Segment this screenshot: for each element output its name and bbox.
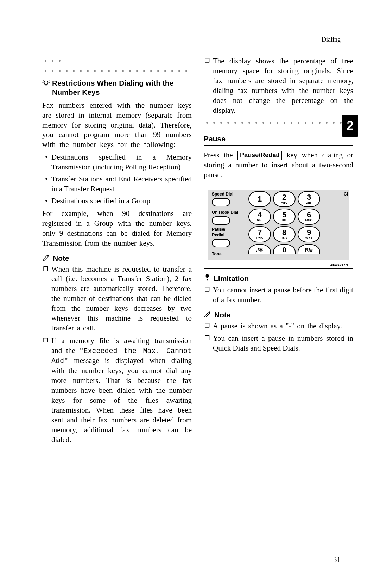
svg-rect-1 <box>45 85 47 86</box>
key-3[interactable]: 3DEF <box>298 191 320 207</box>
pause-redial-label-1: Pause/ <box>212 227 238 233</box>
key-6[interactable]: 6MNO <box>298 209 320 225</box>
running-header: Dialing <box>322 36 341 43</box>
keypad-left-labels: Speed Dial On Hook Dial Pause/ Redial <box>212 192 238 259</box>
dotted-row-end: • • • • • • • • • • • • • • • • • • • • … <box>206 118 353 128</box>
key-0[interactable]: 0 <box>273 244 296 254</box>
note-list-right: A pause is shown as a "-" on the display… <box>204 321 353 354</box>
right-column: The display shows the percentage of free… <box>204 56 353 447</box>
svg-point-9 <box>207 279 208 280</box>
key-8[interactable]: 8TUV <box>273 226 296 242</box>
pause-redial-label-2: Redial <box>212 233 238 238</box>
bullet-item: Destinations specified in a Group <box>42 196 192 206</box>
note-item: You can insert a pause in numbers stored… <box>204 334 353 353</box>
on-hook-dial-label: On Hook Dial <box>212 210 238 216</box>
pencil-icon <box>42 253 50 263</box>
keypad-panel: Speed Dial On Hook Dial Pause/ Redial <box>208 190 349 260</box>
note-label: Note <box>53 253 69 263</box>
limitation-list: You cannot insert a pause before the fir… <box>204 285 353 305</box>
bullet-item: Transfer Stations and End Receivers spec… <box>42 174 192 194</box>
key-star[interactable]: ./✱ <box>248 244 271 254</box>
limitation-heading: Limitation <box>204 274 353 284</box>
note-list: When this machine is requested to transf… <box>42 265 192 445</box>
keypad-grid: 1 2ABC 3DEF 4GHI 5JKL 6MNO 7PRS 8TUV 9WX… <box>248 191 320 254</box>
header-rule <box>42 46 341 46</box>
note-heading: Note <box>42 253 192 263</box>
limitation-icon <box>204 274 211 284</box>
pause-rule <box>204 145 353 146</box>
carry-over-item: The display shows the percentage of free… <box>204 56 353 116</box>
key-9[interactable]: 9WXY <box>298 226 320 242</box>
bullet-item: Destinations specified in a Memory Trans… <box>42 153 192 172</box>
note-heading-right: Note <box>204 310 353 320</box>
key-7[interactable]: 7PRS <box>248 226 271 242</box>
on-hook-dial-button[interactable] <box>212 216 230 225</box>
svg-line-3 <box>43 80 44 81</box>
key-4[interactable]: 4GHI <box>248 209 271 225</box>
key-5[interactable]: 5JKL <box>273 209 296 225</box>
key-1[interactable]: 1 <box>248 191 271 207</box>
restriction-bullets: Destinations specified in a Memory Trans… <box>42 153 192 206</box>
svg-point-10 <box>207 281 208 281</box>
key-hash[interactable]: R/# <box>298 244 320 254</box>
pause-redial-keycap: Pause/Redial <box>237 151 282 160</box>
pause-heading: Pause <box>204 134 353 144</box>
left-column: • • • • • • • • • • • • • • • • • • • • … <box>42 56 192 447</box>
tone-label: Tone <box>212 252 238 257</box>
pause-text-pre: Press the <box>204 151 237 159</box>
pencil-icon <box>204 310 211 320</box>
note2-suffix: message is displayed when dialing with t… <box>51 356 192 444</box>
tip-heading-text: Restrictions When Dialing with the Numbe… <box>52 79 192 97</box>
limitation-item: You cannot insert a pause before the fir… <box>204 285 353 305</box>
speed-dial-button[interactable] <box>212 198 230 206</box>
figure-code: ZEQS067N <box>330 263 348 267</box>
page: Dialing 2 • • • • • • • • • • • • • • • … <box>0 0 380 588</box>
key-2[interactable]: 2ABC <box>273 191 296 207</box>
pause-redial-button[interactable] <box>212 239 230 247</box>
carry-over-list: The display shows the percentage of free… <box>204 56 353 116</box>
page-number: 31 <box>333 555 341 564</box>
svg-point-8 <box>206 274 209 278</box>
note-label-right: Note <box>214 310 231 320</box>
note-item: When this machine is requested to transf… <box>42 265 192 333</box>
svg-line-4 <box>49 80 50 81</box>
keypad-figure: Speed Dial On Hook Dial Pause/ Redial <box>204 185 353 269</box>
pause-paragraph: Press the Pause/Redial key when dialing … <box>204 150 353 180</box>
lightbulb-icon <box>42 79 50 90</box>
svg-point-0 <box>44 81 48 85</box>
note-item: A pause is shown as a "-" on the display… <box>204 321 353 331</box>
dotted-lead-in: • • • <box>44 56 192 66</box>
note-item: If a memory file is awaiting transmissio… <box>42 336 192 445</box>
tip-heading: Restrictions When Dialing with the Numbe… <box>42 79 192 97</box>
cl-label: Cl <box>344 192 348 197</box>
speed-dial-label: Speed Dial <box>212 192 238 197</box>
intro-paragraph: Fax numbers entered with the number keys… <box>42 101 192 150</box>
dotted-row: • • • • • • • • • • • • • • • • • • • • … <box>44 67 192 76</box>
example-paragraph: For example, when 90 destinations are re… <box>42 209 192 248</box>
content-columns: • • • • • • • • • • • • • • • • • • • • … <box>42 56 341 447</box>
limitation-label: Limitation <box>214 274 249 284</box>
